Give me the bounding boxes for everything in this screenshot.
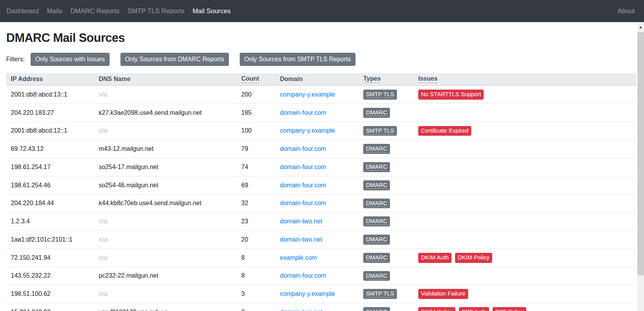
dns-cell: vps-f9102170.vps.ovh.us — [94, 303, 237, 311]
types-cell: DMARC — [359, 231, 414, 249]
type-badge[interactable]: DMARC — [363, 144, 390, 154]
count-cell: 69 — [237, 176, 275, 194]
type-badge[interactable]: DMARC — [363, 253, 390, 263]
dns-cell: k27.k3ae2098.use4.send.mailgun.net — [94, 104, 237, 122]
table-row: 198.51.100.62 n/a 3 company-y.example SM… — [6, 285, 636, 303]
dns-cell: n/a — [94, 85, 237, 104]
domain-cell: domain-two.net — [275, 303, 359, 311]
nav-item[interactable]: Mails — [47, 7, 70, 15]
domain-cell: example.com — [275, 249, 359, 267]
domain-link[interactable]: example.com — [280, 254, 317, 261]
table-row: 15.204.248.92 vps-f9102170.vps.ovh.us 3 … — [6, 303, 636, 311]
table-row: 198.61.254.17 so254-17.mailgun.net 74 do… — [6, 158, 636, 176]
issues-cell: DKIM Auth DKIM Policy — [414, 249, 636, 267]
domain-link[interactable]: domain-four.com — [280, 109, 326, 116]
nav-item[interactable]: SMTP TLS Reports — [127, 7, 192, 15]
table-row: 204.220.183.27 k27.k3ae2098.use4.send.ma… — [6, 104, 636, 122]
types-cell: SMTP TLS — [359, 122, 414, 140]
nav-item-about[interactable]: About — [618, 7, 635, 15]
domain-cell: domain-four.com — [275, 176, 359, 194]
domain-cell: company-y.example — [275, 285, 359, 303]
type-badge[interactable]: SMTP TLS — [363, 289, 397, 299]
column-header: Types — [359, 73, 414, 85]
ip-cell: 198.51.100.62 — [6, 285, 94, 303]
table-row: 72.150.241.94 n/a 8 example.com DMARC DK… — [6, 249, 636, 267]
domain-link[interactable]: domain-four.com — [280, 145, 326, 152]
nav-item[interactable]: DMARC Reports — [70, 7, 128, 15]
dns-cell: m43-12.mailgun.net — [94, 140, 237, 158]
ip-cell: 1.2.3.4 — [6, 213, 94, 231]
scrollbar-thumb[interactable] — [637, 32, 644, 275]
chevron-up-icon: ∧ — [639, 25, 642, 30]
ip-cell: 2001:db8:abcd:12::1 — [6, 122, 94, 140]
domain-link[interactable]: domain-two.net — [280, 309, 322, 311]
table-body: 2001:db8:abcd:13::1 n/a 200 company-y.ex… — [6, 85, 636, 311]
table-row: 2001:db8:abcd:13::1 n/a 200 company-y.ex… — [6, 85, 636, 104]
count-cell: 23 — [237, 213, 275, 231]
domain-link[interactable]: company-y.example — [280, 127, 335, 134]
domain-link[interactable]: domain-four.com — [280, 200, 326, 206]
dns-cell: pc232-22.mailgun.net — [94, 267, 237, 285]
issue-badge: DKIM Policy — [455, 253, 492, 263]
issue-badge: DKIM Auth — [418, 253, 452, 263]
issues-cell — [414, 176, 636, 194]
type-badge[interactable]: DMARC — [363, 180, 390, 190]
type-badge[interactable]: SMTP TLS — [363, 90, 397, 100]
nav-item[interactable]: Dashboard — [7, 7, 47, 15]
domain-link[interactable]: domain-four.com — [280, 272, 326, 279]
column-header: DNS Name — [94, 73, 237, 85]
ip-cell: 69.72.43.12 — [6, 140, 94, 158]
type-badge[interactable]: DMARC — [363, 108, 390, 118]
domain-cell: domain-four.com — [275, 267, 359, 285]
table-row: 2001:db8:abcd:12::1 n/a 100 company-y.ex… — [6, 122, 636, 140]
ip-cell: 198.61.254.17 — [6, 158, 94, 176]
mail-sources-table: IP Address DNS Name Count Domain — [6, 73, 636, 311]
issue-badge: SPF Auth — [459, 307, 489, 311]
table-row: 69.72.43.12 m43-12.mailgun.net 79 domain… — [6, 140, 636, 158]
count-cell: 8 — [237, 267, 275, 285]
scrollbar[interactable]: ∧ — [637, 22, 644, 311]
filter-button[interactable]: Only Sources from SMTP TLS Reports — [240, 53, 355, 66]
domain-link[interactable]: company-y.example — [280, 91, 335, 98]
nav-menu: Dashboard Mails DMARC Reports SMTP TLS R… — [7, 7, 239, 15]
table-header-row: IP Address DNS Name Count Domain — [6, 73, 636, 85]
type-badge[interactable]: DMARC — [363, 216, 390, 226]
issues-cell — [414, 158, 636, 176]
domain-link[interactable]: domain-four.com — [280, 182, 326, 188]
domain-link[interactable]: company-y.example — [280, 290, 335, 297]
main-content: DMARC Mail Sources Filters: Only Sources… — [0, 22, 644, 311]
filter-button[interactable]: Only Sources from DMARC Reports — [120, 53, 229, 66]
issues-cell — [414, 231, 636, 249]
table-row: 1aa1:df2:101c:2101::1 n/a 20 domain-two.… — [6, 231, 636, 249]
issue-badge: Validation Failure — [418, 289, 468, 299]
type-badge[interactable]: SMTP TLS — [363, 126, 397, 136]
type-badge[interactable]: DMARC — [363, 235, 390, 245]
ip-cell: 1aa1:df2:101c:2101::1 — [6, 231, 94, 249]
domain-cell: company-y.example — [275, 122, 359, 140]
domain-link[interactable]: domain-four.com — [280, 164, 326, 170]
domain-link[interactable]: domain-two.net — [280, 236, 322, 243]
issue-badge: Certificate Expired — [418, 126, 471, 136]
type-badge[interactable]: DMARC — [363, 307, 390, 311]
domain-cell: domain-four.com — [275, 158, 359, 176]
ip-cell: 204.220.183.27 — [6, 104, 94, 122]
types-cell: SMTP TLS — [359, 285, 414, 303]
scrollbar-up-button[interactable]: ∧ — [637, 22, 644, 32]
type-badge[interactable]: DMARC — [363, 199, 390, 209]
nav-item[interactable]: Mail Sources — [192, 7, 239, 15]
dns-cell: n/a — [94, 231, 237, 249]
domain-link[interactable]: domain-two.net — [280, 218, 322, 225]
type-badge[interactable]: DMARC — [363, 271, 390, 281]
domain-cell: domain-two.net — [275, 213, 359, 231]
types-cell: DMARC — [359, 213, 414, 231]
issues-cell — [414, 213, 636, 231]
ip-cell: 204.220.184.44 — [6, 194, 94, 213]
column-header: Count — [237, 73, 275, 85]
table-row: 204.220.184.44 k44.kb8c70eb.use4.send.ma… — [6, 194, 636, 213]
type-badge[interactable]: DMARC — [363, 162, 390, 172]
types-cell: DMARC — [359, 194, 414, 213]
filter-button[interactable]: Only Sources with Issues — [31, 53, 110, 66]
types-cell: DMARC — [359, 176, 414, 194]
top-navbar: Dashboard Mails DMARC Reports SMTP TLS R… — [0, 0, 644, 22]
column-header: Domain — [275, 73, 359, 85]
